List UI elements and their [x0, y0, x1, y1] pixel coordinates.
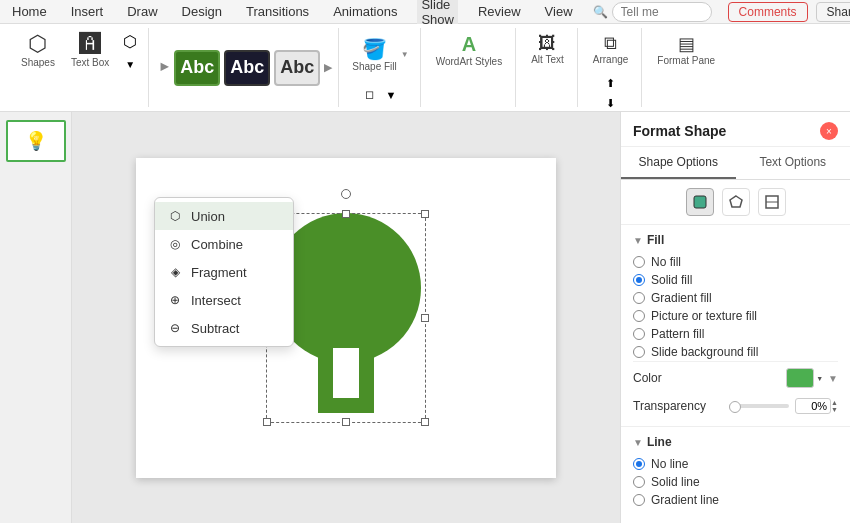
- combine-icon: ◎: [167, 236, 183, 252]
- menu-item-union[interactable]: ⬡ Union: [155, 202, 293, 230]
- shape-fill-button[interactable]: 🪣 Shape Fill ▼: [347, 28, 413, 81]
- tell-me-section: 🔍: [593, 2, 712, 22]
- arrange-down-btn[interactable]: ⬇: [601, 94, 620, 113]
- size-icon-btn[interactable]: [758, 188, 786, 216]
- color-dropdown-arrow[interactable]: ▼: [828, 373, 838, 384]
- arrange-label: Arrange: [593, 54, 629, 65]
- solid-fill-option[interactable]: Solid fill: [633, 271, 838, 289]
- shapes-dropdown-btn[interactable]: ⬡: [118, 29, 142, 54]
- color-swatch-button[interactable]: [786, 368, 814, 388]
- handle-top-right[interactable]: [421, 210, 429, 218]
- transparency-value-input[interactable]: [795, 398, 831, 414]
- gradient-fill-radio[interactable]: [633, 292, 645, 304]
- shape-fill-chevron[interactable]: ▼: [401, 50, 409, 59]
- abc-button-green[interactable]: Abc: [174, 50, 220, 86]
- solid-line-option[interactable]: Solid line: [633, 473, 838, 491]
- close-panel-button[interactable]: ×: [820, 122, 838, 140]
- line-section: ▼ Line No line Solid line Gradient line: [621, 426, 850, 517]
- menu-review[interactable]: Review: [474, 2, 525, 21]
- textbox-button[interactable]: 🅰 Text Box: [64, 28, 116, 73]
- no-line-label: No line: [651, 457, 688, 471]
- format-shape-panel: Format Shape × Shape Options Text Option…: [620, 112, 850, 523]
- color-row: Color ▼: [633, 361, 838, 394]
- subtract-label: Subtract: [191, 321, 239, 336]
- arrange-button[interactable]: ⧉ Arrange: [586, 28, 636, 70]
- shapes-label: Shapes: [21, 57, 55, 68]
- slide-bg-fill-option[interactable]: Slide background fill: [633, 343, 838, 361]
- gradient-line-option[interactable]: Gradient line: [633, 491, 838, 509]
- shape-effects-btn[interactable]: ◻: [360, 85, 379, 104]
- tab-shape-options[interactable]: Shape Options: [621, 147, 736, 179]
- wordart-button[interactable]: A WordArt Styles: [429, 28, 510, 72]
- fill-toggle-icon[interactable]: ▼: [633, 235, 643, 246]
- fragment-label: Fragment: [191, 265, 247, 280]
- tell-me-input[interactable]: [612, 2, 712, 22]
- alt-text-label: Alt Text: [531, 54, 564, 65]
- menu-design[interactable]: Design: [178, 2, 226, 21]
- slide-bg-fill-label: Slide background fill: [651, 345, 758, 359]
- picture-fill-radio[interactable]: [633, 310, 645, 322]
- thumb-shape: 💡: [25, 130, 47, 152]
- handle-middle-right[interactable]: [421, 314, 429, 322]
- slide-bg-fill-radio[interactable]: [633, 346, 645, 358]
- no-line-radio[interactable]: [633, 458, 645, 470]
- menu-item-fragment[interactable]: ◈ Fragment: [155, 258, 293, 286]
- alt-text-button[interactable]: 🖼 Alt Text: [524, 28, 571, 70]
- rotate-handle[interactable]: [341, 189, 351, 199]
- slides-sidebar: 1 💡: [0, 112, 72, 523]
- tab-text-options[interactable]: Text Options: [736, 147, 851, 179]
- shape-effects-chevron[interactable]: ▼: [381, 85, 402, 104]
- abc-button-dark[interactable]: Abc: [224, 50, 270, 86]
- fill-icon: [692, 194, 708, 210]
- pattern-fill-radio[interactable]: [633, 328, 645, 340]
- menu-item-intersect[interactable]: ⊕ Intersect: [155, 286, 293, 314]
- transparency-up-btn[interactable]: ▲: [831, 399, 838, 406]
- canvas-area[interactable]: ⬡ Union ◎ Combine ◈ Fragment ⊕ Intersect…: [72, 112, 620, 523]
- no-fill-option[interactable]: No fill: [633, 253, 838, 271]
- arrange-up-btn[interactable]: ⬆: [601, 74, 620, 93]
- solid-fill-radio[interactable]: [633, 274, 645, 286]
- menu-home[interactable]: Home: [8, 2, 51, 21]
- no-fill-label: No fill: [651, 255, 681, 269]
- fragment-icon: ◈: [167, 264, 183, 280]
- comments-button[interactable]: Comments: [728, 2, 808, 22]
- line-toggle-icon[interactable]: ▼: [633, 437, 643, 448]
- solid-line-radio[interactable]: [633, 476, 645, 488]
- shapes-button[interactable]: ⬡ Shapes: [14, 28, 62, 73]
- shapes-menu-btn[interactable]: ▼: [118, 56, 142, 73]
- transparency-slider[interactable]: [729, 404, 789, 408]
- svg-rect-3: [694, 196, 706, 208]
- menu-insert[interactable]: Insert: [67, 2, 108, 21]
- slide-thumbnail-1[interactable]: 1 💡: [6, 120, 66, 162]
- menu-animations[interactable]: Animations: [329, 2, 401, 21]
- pattern-fill-option[interactable]: Pattern fill: [633, 325, 838, 343]
- no-line-option[interactable]: No line: [633, 455, 838, 473]
- menu-transitions[interactable]: Transitions: [242, 2, 313, 21]
- gradient-line-radio[interactable]: [633, 494, 645, 506]
- alt-text-group: 🖼 Alt Text: [518, 28, 578, 107]
- menu-item-combine[interactable]: ◎ Combine: [155, 230, 293, 258]
- no-fill-radio[interactable]: [633, 256, 645, 268]
- size-icon: [764, 194, 780, 210]
- handle-bottom-left[interactable]: [263, 418, 271, 426]
- picture-fill-option[interactable]: Picture or texture fill: [633, 307, 838, 325]
- menu-draw[interactable]: Draw: [123, 2, 161, 21]
- gradient-fill-option[interactable]: Gradient fill: [633, 289, 838, 307]
- menu-view[interactable]: View: [541, 2, 577, 21]
- fill-line-icon-btn[interactable]: [686, 188, 714, 216]
- effects-icon-btn[interactable]: [722, 188, 750, 216]
- pentagon-icon: [728, 194, 744, 210]
- shapes-group: ⬡ Shapes 🅰 Text Box ⬡ ▼: [8, 28, 149, 107]
- share-button[interactable]: Share: [816, 2, 850, 22]
- transparency-down-btn[interactable]: ▼: [831, 406, 838, 413]
- handle-top-middle[interactable]: [342, 210, 350, 218]
- format-pane-button[interactable]: ▤ Format Pane: [650, 28, 722, 71]
- menu-item-subtract[interactable]: ⊖ Subtract: [155, 314, 293, 342]
- abc-button-light[interactable]: Abc: [274, 50, 320, 86]
- intersect-label: Intersect: [191, 293, 241, 308]
- handle-bottom-middle[interactable]: [342, 418, 350, 426]
- transparency-label: Transparency: [633, 399, 706, 413]
- handle-bottom-right[interactable]: [421, 418, 429, 426]
- combine-label: Combine: [191, 237, 243, 252]
- format-pane-group: ▤ Format Pane: [644, 28, 728, 107]
